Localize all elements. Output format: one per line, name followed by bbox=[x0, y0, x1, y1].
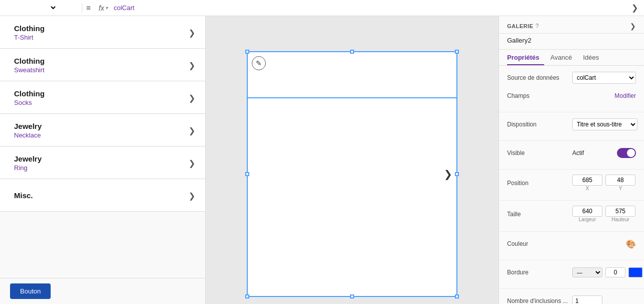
taille-w-input[interactable] bbox=[572, 206, 602, 217]
list-container[interactable]: Clothing T-Shirt ❯ Clothing Sweatshirt ❯… bbox=[0, 16, 205, 278]
gallery-name: Gallery2 bbox=[499, 34, 644, 50]
tab-idees[interactable]: Idées bbox=[583, 50, 604, 65]
list-item-title: Clothing bbox=[14, 57, 185, 65]
list-item-subtitle: Ring bbox=[14, 164, 185, 172]
list-item-title: Jewelry bbox=[14, 155, 185, 163]
left-panel: Clothing T-Shirt ❯ Clothing Sweatshirt ❯… bbox=[0, 16, 206, 304]
visible-toggle-knob bbox=[627, 149, 635, 157]
list-item[interactable]: Jewelry Necklace ❯ bbox=[0, 114, 205, 146]
list-item-arrow-icon: ❯ bbox=[189, 28, 195, 38]
position-y-input[interactable] bbox=[605, 175, 635, 186]
panel-title: GALERIE bbox=[507, 23, 533, 29]
taille-h-label: Hauteur bbox=[605, 217, 635, 222]
position-x-group: X bbox=[572, 175, 602, 191]
list-item-title: Clothing bbox=[14, 89, 185, 98]
list-item[interactable]: Misc. ❯ bbox=[0, 179, 205, 212]
handle-middle-left[interactable] bbox=[245, 172, 249, 176]
list-item[interactable]: Jewelry Ring ❯ bbox=[0, 146, 205, 179]
panel-expand-icon[interactable]: ❯ bbox=[630, 22, 636, 30]
taille-w-label: Largeur bbox=[572, 217, 602, 222]
tab-proprietes[interactable]: Propriétés bbox=[507, 50, 544, 65]
formula-input[interactable]: colCart bbox=[110, 4, 631, 12]
color-dropper-icon[interactable]: 🎨 bbox=[626, 239, 636, 249]
champs-modifier[interactable]: Modifier bbox=[572, 92, 636, 99]
visible-row: Visible Actif bbox=[507, 146, 636, 160]
visible-value: Actif bbox=[572, 149, 614, 157]
inclusions-row: Nombre d'inclusions ... bbox=[507, 294, 636, 304]
list-item-title: Misc. bbox=[14, 191, 185, 200]
list-item-title: Jewelry bbox=[14, 122, 185, 130]
list-item-arrow-icon: ❯ bbox=[189, 93, 195, 103]
taille-w-group: Largeur bbox=[572, 206, 602, 222]
right-panel: GALERIE ? ❯ Gallery2 Propriétés Avancé I… bbox=[499, 16, 644, 304]
list-item[interactable]: Clothing Socks ❯ bbox=[0, 81, 205, 114]
canvas-area: ✎ ❯ bbox=[206, 16, 499, 304]
bordure-width-input[interactable] bbox=[605, 267, 625, 277]
handle-bottom-right[interactable] bbox=[455, 294, 459, 298]
help-icon[interactable]: ? bbox=[535, 23, 539, 30]
disposition-label: Disposition bbox=[507, 121, 572, 128]
bouton-button[interactable]: Bouton bbox=[10, 283, 51, 299]
visible-toggle[interactable] bbox=[617, 148, 636, 158]
list-item-content: Jewelry Ring bbox=[14, 155, 185, 172]
list-item-content: Clothing Sweatshirt bbox=[14, 57, 185, 74]
bordure-row: Bordure — bbox=[507, 265, 636, 279]
gallery-divider bbox=[248, 97, 456, 98]
taille-coords: Largeur Hauteur bbox=[572, 206, 636, 222]
panel-tabs: Propriétés Avancé Idées bbox=[499, 50, 644, 66]
gallery-nav-right-icon[interactable]: ❯ bbox=[444, 168, 452, 180]
handle-top-center[interactable] bbox=[350, 50, 354, 54]
handle-bottom-center[interactable] bbox=[350, 294, 354, 298]
list-item[interactable]: Clothing Sweatshirt ❯ bbox=[0, 49, 205, 81]
position-x-input[interactable] bbox=[572, 175, 602, 186]
champs-row: Champs Modifier bbox=[507, 89, 636, 103]
inclusions-label: Nombre d'inclusions ... bbox=[507, 297, 572, 304]
source-section: Source de données colCart Champs Modifie… bbox=[499, 66, 644, 112]
visible-section: Visible Actif bbox=[499, 141, 644, 170]
bordure-style-select[interactable]: — bbox=[572, 267, 602, 277]
list-item-subtitle: Socks bbox=[14, 99, 185, 106]
fx-arrow-icon: ▾ bbox=[105, 5, 108, 11]
list-item-content: Clothing Socks bbox=[14, 89, 185, 106]
source-dropdown[interactable]: colCart bbox=[572, 72, 636, 84]
couleur-row: Couleur 🎨 bbox=[507, 237, 636, 251]
taille-h-group: Hauteur bbox=[605, 206, 635, 222]
position-section: Position X Y bbox=[499, 170, 644, 201]
list-item-title: Clothing bbox=[14, 24, 185, 33]
position-label: Position bbox=[507, 180, 572, 187]
left-panel-footer: Bouton bbox=[0, 278, 205, 304]
chevron-down-icon[interactable]: ❯ bbox=[631, 4, 638, 12]
formula-name-box bbox=[2, 4, 82, 12]
gallery-canvas[interactable]: ✎ ❯ bbox=[247, 51, 457, 297]
fx-label: fx ▾ bbox=[95, 4, 110, 12]
handle-middle-right[interactable] bbox=[455, 172, 459, 176]
disposition-dropdown[interactable]: Titre et sous-titre Image uniquement Lis… bbox=[572, 118, 637, 130]
list-item-subtitle: Necklace bbox=[14, 131, 185, 139]
taille-label: Taille bbox=[507, 211, 572, 218]
inclusions-section: Nombre d'inclusions ... bbox=[499, 289, 644, 304]
handle-bottom-left[interactable] bbox=[245, 294, 249, 298]
handle-top-left[interactable] bbox=[245, 50, 249, 54]
bordure-color-swatch[interactable] bbox=[628, 267, 642, 277]
inclusions-input[interactable] bbox=[572, 295, 602, 304]
position-x-label: X bbox=[572, 186, 602, 191]
list-item[interactable]: Clothing T-Shirt ❯ bbox=[0, 16, 205, 49]
list-item-arrow-icon: ❯ bbox=[189, 191, 195, 201]
name-box-dropdown[interactable] bbox=[2, 4, 57, 12]
formula-bar: = fx ▾ colCart ❯ bbox=[0, 0, 644, 16]
list-item-content: Clothing T-Shirt bbox=[14, 24, 185, 41]
disposition-section: Disposition Titre et sous-titre Image un… bbox=[499, 112, 644, 141]
tab-avance[interactable]: Avancé bbox=[550, 50, 577, 65]
taille-section: Taille Largeur Hauteur bbox=[499, 201, 644, 232]
position-y-label: Y bbox=[605, 186, 635, 191]
taille-row: Taille Largeur Hauteur bbox=[507, 206, 636, 222]
position-y-group: Y bbox=[605, 175, 635, 191]
bordure-controls: — bbox=[572, 267, 642, 277]
taille-h-input[interactable] bbox=[605, 206, 635, 217]
position-row: Position X Y bbox=[507, 175, 636, 191]
edit-icon[interactable]: ✎ bbox=[252, 56, 266, 70]
formula-bar-expand[interactable]: ❯ bbox=[631, 3, 642, 13]
equals-symbol: = bbox=[82, 4, 95, 12]
handle-top-right[interactable] bbox=[455, 50, 459, 54]
bordure-label: Bordure bbox=[507, 269, 572, 276]
